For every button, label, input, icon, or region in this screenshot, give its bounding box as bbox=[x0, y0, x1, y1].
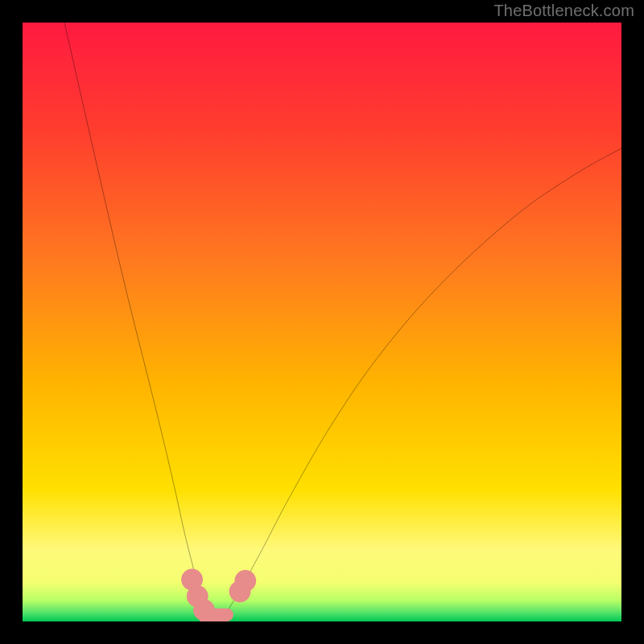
gradient-background bbox=[23, 23, 621, 621]
bottleneck-chart bbox=[23, 23, 621, 621]
watermark-text: TheBottleneck.com bbox=[493, 2, 634, 20]
valley-marker-5 bbox=[234, 570, 256, 592]
chart-stage: TheBottleneck.com bbox=[0, 0, 644, 644]
